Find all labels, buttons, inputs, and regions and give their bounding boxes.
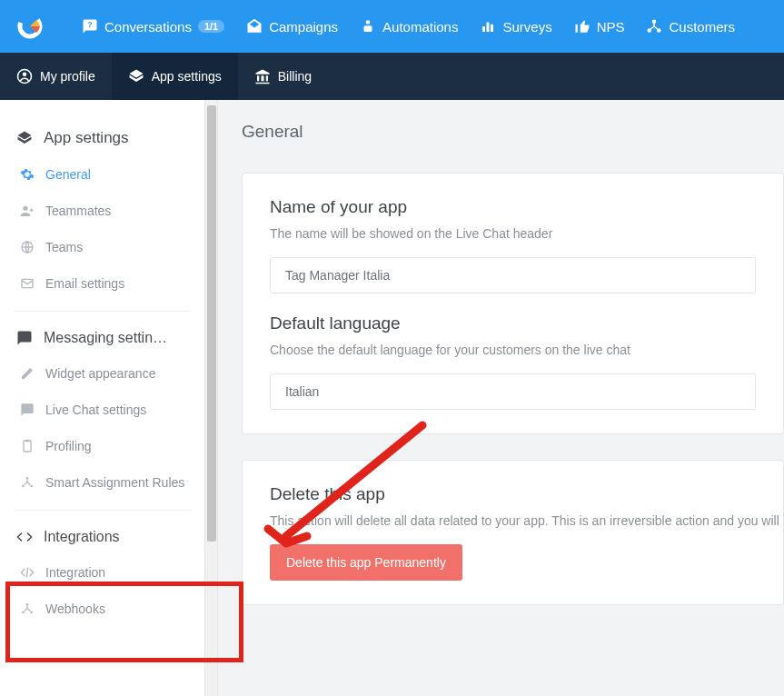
sidebar-heading-messaging: Messaging settin… <box>0 321 204 355</box>
nav-conversations[interactable]: ? Conversations 1/1 <box>82 18 224 35</box>
sidebar-heading-integrations: Integrations <box>0 520 204 554</box>
name-subtext: The name will be showed on the Live Chat… <box>270 226 756 241</box>
lang-heading: Default language <box>270 313 756 333</box>
divider <box>15 311 190 312</box>
svg-rect-16 <box>25 440 29 442</box>
tab-label: My profile <box>40 69 95 84</box>
app-name-input[interactable] <box>270 257 756 293</box>
card-general-settings: Name of your app The name will be showed… <box>242 173 784 434</box>
nav-label: Surveys <box>502 19 551 35</box>
delete-heading: Delete this app <box>270 484 756 504</box>
layers-icon <box>16 130 33 146</box>
svg-point-17 <box>26 477 29 480</box>
logo-icon <box>16 13 44 40</box>
nav-label: Customers <box>669 19 735 35</box>
sidebar-item-integration[interactable]: Integration <box>0 554 204 591</box>
envelope-open-icon <box>246 18 263 35</box>
branch-icon <box>20 602 35 616</box>
user-add-icon <box>20 204 35 218</box>
sidebar-item-webhooks[interactable]: Webhooks <box>0 591 204 627</box>
code-arrows-icon <box>16 529 33 545</box>
bank-icon <box>254 68 271 85</box>
default-language-select[interactable] <box>270 373 756 410</box>
svg-point-7 <box>652 20 657 25</box>
sidebar-heading-app-settings: App settings <box>0 120 204 156</box>
lang-subtext: Choose the default language for your cus… <box>270 343 756 357</box>
robot-icon <box>360 18 376 35</box>
nav-badge: 1/1 <box>198 20 224 33</box>
layers-icon <box>128 68 144 85</box>
main-content: General Name of your app The name will b… <box>218 100 784 696</box>
clipboard-icon <box>20 439 35 453</box>
tab-label: Billing <box>278 69 312 84</box>
delete-app-button[interactable]: Delete this app Permanently <box>270 544 462 581</box>
svg-point-20 <box>26 603 29 606</box>
top-nav: ? Conversations 1/1 Campaigns Automation… <box>0 0 784 53</box>
delete-subtext: This action will delete all data related… <box>270 513 756 528</box>
sub-nav: My profile App settings Billing <box>0 53 784 100</box>
nav-customers[interactable]: Customers <box>646 18 735 35</box>
svg-point-12 <box>23 206 27 211</box>
user-circle-icon <box>16 68 33 85</box>
sidebar-item-email-settings[interactable]: Email settings <box>0 265 204 302</box>
sidebar-item-profiling[interactable]: Profiling <box>0 428 204 464</box>
nav-label: Automations <box>382 19 458 35</box>
nav-nps[interactable]: NPS <box>574 18 625 35</box>
scrollbar-thumb[interactable] <box>207 105 216 542</box>
sidebar-item-widget-appearance[interactable]: Widget appearance <box>0 355 204 392</box>
svg-rect-3 <box>364 25 372 32</box>
nodes-icon <box>646 18 662 35</box>
tab-billing[interactable]: Billing <box>238 53 328 100</box>
gear-icon <box>20 167 35 182</box>
nav-label: NPS <box>597 19 625 35</box>
page-title: General <box>242 122 784 142</box>
tab-label: App settings <box>152 69 222 84</box>
chat-icon <box>16 330 33 346</box>
svg-point-18 <box>22 485 25 488</box>
svg-rect-6 <box>491 25 493 32</box>
nav-label: Conversations <box>104 19 192 35</box>
svg-point-19 <box>30 485 33 488</box>
card-delete-app: Delete this app This action will delete … <box>242 460 784 605</box>
tab-my-profile[interactable]: My profile <box>0 53 112 100</box>
sidebar-item-teammates[interactable]: Teammates <box>0 193 204 229</box>
nav-label: Campaigns <box>269 19 338 35</box>
sidebar-scrollbar[interactable] <box>204 100 217 696</box>
globe-icon <box>20 240 35 254</box>
thumbs-up-icon <box>574 18 590 35</box>
sidebar-item-general[interactable]: General <box>0 156 204 193</box>
svg-text:?: ? <box>87 21 92 29</box>
nav-automations[interactable]: Automations <box>360 18 458 35</box>
svg-point-11 <box>23 73 27 77</box>
code-icon <box>20 565 35 580</box>
nav-surveys[interactable]: Surveys <box>480 18 551 35</box>
tab-app-settings[interactable]: App settings <box>112 53 238 100</box>
sidebar-item-live-chat-settings[interactable]: Live Chat settings <box>0 392 204 428</box>
chat-bubble-icon <box>20 403 35 417</box>
svg-point-2 <box>366 20 371 25</box>
svg-point-21 <box>22 611 25 614</box>
sidebar-item-smart-assignment[interactable]: Smart Assignment Rules <box>0 464 204 501</box>
logo[interactable] <box>16 13 44 40</box>
svg-rect-4 <box>482 26 485 32</box>
svg-rect-15 <box>24 441 31 452</box>
sidebar-item-teams[interactable]: Teams <box>0 229 204 265</box>
branch-icon <box>20 475 35 490</box>
divider <box>15 510 190 511</box>
pencil-icon <box>20 366 35 381</box>
nav-campaigns[interactable]: Campaigns <box>246 18 338 35</box>
chat-question-icon: ? <box>82 18 98 35</box>
envelope-icon <box>20 276 35 291</box>
sidebar: App settings General Teammates Teams <box>0 100 218 696</box>
svg-point-22 <box>30 611 33 614</box>
chart-bar-icon <box>480 18 496 35</box>
svg-rect-5 <box>487 23 490 33</box>
name-heading: Name of your app <box>270 197 756 217</box>
